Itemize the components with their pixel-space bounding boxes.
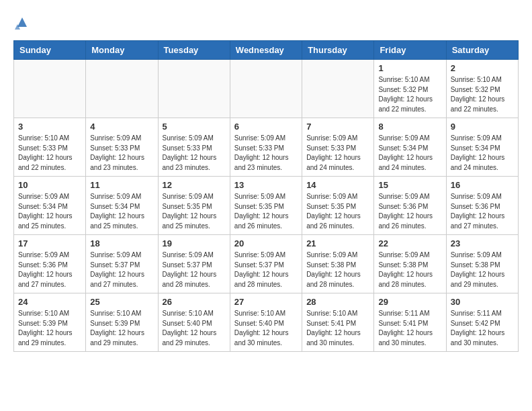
calendar-cell: 23Sunrise: 5:09 AMSunset: 5:38 PMDayligh…: [446, 235, 518, 293]
day-info: Sunrise: 5:10 AMSunset: 5:41 PMDaylight:…: [306, 309, 369, 348]
day-info: Sunrise: 5:09 AMSunset: 5:38 PMDaylight:…: [306, 250, 369, 289]
day-number: 4: [90, 122, 153, 132]
day-info: Sunrise: 5:09 AMSunset: 5:34 PMDaylight:…: [18, 192, 81, 231]
day-number: 29: [378, 297, 441, 307]
day-number: 13: [234, 180, 298, 190]
calendar-week-row-4: 17Sunrise: 5:09 AMSunset: 5:36 PMDayligh…: [14, 235, 519, 293]
calendar-cell: 9Sunrise: 5:09 AMSunset: 5:34 PMDaylight…: [446, 118, 518, 177]
day-info: Sunrise: 5:10 AMSunset: 5:40 PMDaylight:…: [234, 309, 298, 348]
day-number: 19: [163, 238, 226, 248]
day-number: 3: [18, 122, 81, 132]
calendar-cell: 16Sunrise: 5:09 AMSunset: 5:36 PMDayligh…: [446, 177, 518, 235]
day-number: 6: [234, 122, 298, 132]
day-info: Sunrise: 5:11 AMSunset: 5:42 PMDaylight:…: [451, 309, 514, 348]
day-info: Sunrise: 5:09 AMSunset: 5:38 PMDaylight:…: [451, 250, 514, 289]
calendar-cell: 18Sunrise: 5:09 AMSunset: 5:37 PMDayligh…: [86, 235, 158, 293]
calendar-cell: 11Sunrise: 5:09 AMSunset: 5:34 PMDayligh…: [86, 177, 158, 235]
day-info: Sunrise: 5:09 AMSunset: 5:34 PMDaylight:…: [451, 134, 514, 173]
calendar-cell: 30Sunrise: 5:11 AMSunset: 5:42 PMDayligh…: [446, 293, 518, 352]
day-number: 2: [451, 63, 514, 73]
day-number: 12: [163, 180, 226, 190]
svg-marker-0: [17, 17, 27, 27]
day-info: Sunrise: 5:09 AMSunset: 5:36 PMDaylight:…: [18, 250, 81, 289]
calendar-cell: [14, 60, 86, 118]
day-number: 5: [163, 122, 226, 132]
calendar-cell: 15Sunrise: 5:09 AMSunset: 5:36 PMDayligh…: [374, 177, 446, 235]
calendar-cell: 27Sunrise: 5:10 AMSunset: 5:40 PMDayligh…: [230, 293, 302, 352]
calendar: SundayMondayTuesdayWednesdayThursdayFrid…: [13, 40, 519, 352]
calendar-week-row-2: 3Sunrise: 5:10 AMSunset: 5:33 PMDaylight…: [14, 118, 519, 177]
calendar-cell: 21Sunrise: 5:09 AMSunset: 5:38 PMDayligh…: [302, 235, 374, 293]
calendar-cell: [230, 60, 302, 118]
weekday-header-row: SundayMondayTuesdayWednesdayThursdayFrid…: [14, 41, 519, 60]
day-number: 26: [163, 297, 226, 307]
day-number: 17: [18, 238, 81, 248]
day-number: 27: [234, 297, 298, 307]
weekday-header-tuesday: Tuesday: [158, 41, 230, 60]
day-info: Sunrise: 5:09 AMSunset: 5:36 PMDaylight:…: [378, 192, 441, 231]
calendar-cell: 29Sunrise: 5:11 AMSunset: 5:41 PMDayligh…: [374, 293, 446, 352]
calendar-cell: 1Sunrise: 5:10 AMSunset: 5:32 PMDaylight…: [374, 60, 446, 118]
day-info: Sunrise: 5:09 AMSunset: 5:34 PMDaylight:…: [378, 134, 441, 173]
day-number: 21: [306, 238, 369, 248]
weekday-header-saturday: Saturday: [446, 41, 518, 60]
logo-icon: [15, 15, 30, 32]
day-info: Sunrise: 5:09 AMSunset: 5:35 PMDaylight:…: [306, 192, 369, 231]
calendar-week-row-3: 10Sunrise: 5:09 AMSunset: 5:34 PMDayligh…: [14, 177, 519, 235]
day-number: 20: [234, 238, 298, 248]
calendar-cell: 5Sunrise: 5:09 AMSunset: 5:33 PMDaylight…: [158, 118, 230, 177]
day-info: Sunrise: 5:11 AMSunset: 5:41 PMDaylight:…: [378, 309, 441, 348]
day-number: 11: [90, 180, 153, 190]
day-number: 7: [306, 122, 369, 132]
weekday-header-monday: Monday: [86, 41, 158, 60]
day-info: Sunrise: 5:09 AMSunset: 5:37 PMDaylight:…: [90, 250, 153, 289]
day-number: 8: [378, 122, 441, 132]
calendar-cell: 20Sunrise: 5:09 AMSunset: 5:37 PMDayligh…: [230, 235, 302, 293]
header: [13, 11, 519, 32]
day-info: Sunrise: 5:10 AMSunset: 5:39 PMDaylight:…: [90, 309, 153, 348]
calendar-cell: 28Sunrise: 5:10 AMSunset: 5:41 PMDayligh…: [302, 293, 374, 352]
calendar-cell: 26Sunrise: 5:10 AMSunset: 5:40 PMDayligh…: [158, 293, 230, 352]
day-number: 25: [90, 297, 153, 307]
calendar-cell: 22Sunrise: 5:09 AMSunset: 5:38 PMDayligh…: [374, 235, 446, 293]
calendar-cell: 12Sunrise: 5:09 AMSunset: 5:35 PMDayligh…: [158, 177, 230, 235]
day-info: Sunrise: 5:10 AMSunset: 5:39 PMDaylight:…: [18, 309, 81, 348]
day-number: 22: [378, 238, 441, 248]
day-info: Sunrise: 5:09 AMSunset: 5:35 PMDaylight:…: [234, 192, 298, 231]
page: SundayMondayTuesdayWednesdayThursdayFrid…: [0, 0, 532, 365]
calendar-cell: 3Sunrise: 5:10 AMSunset: 5:33 PMDaylight…: [14, 118, 86, 177]
day-info: Sunrise: 5:09 AMSunset: 5:33 PMDaylight:…: [90, 134, 153, 173]
day-info: Sunrise: 5:09 AMSunset: 5:36 PMDaylight:…: [451, 192, 514, 231]
day-number: 16: [451, 180, 514, 190]
day-info: Sunrise: 5:09 AMSunset: 5:33 PMDaylight:…: [306, 134, 369, 173]
weekday-header-sunday: Sunday: [14, 41, 86, 60]
calendar-cell: 25Sunrise: 5:10 AMSunset: 5:39 PMDayligh…: [86, 293, 158, 352]
day-number: 1: [378, 63, 441, 73]
day-number: 14: [306, 180, 369, 190]
day-number: 15: [378, 180, 441, 190]
day-number: 9: [451, 122, 514, 132]
weekday-header-friday: Friday: [374, 41, 446, 60]
day-info: Sunrise: 5:09 AMSunset: 5:37 PMDaylight:…: [163, 250, 226, 289]
calendar-week-row-5: 24Sunrise: 5:10 AMSunset: 5:39 PMDayligh…: [14, 293, 519, 352]
calendar-cell: 8Sunrise: 5:09 AMSunset: 5:34 PMDaylight…: [374, 118, 446, 177]
day-number: 18: [90, 238, 153, 248]
calendar-cell: 6Sunrise: 5:09 AMSunset: 5:33 PMDaylight…: [230, 118, 302, 177]
day-info: Sunrise: 5:09 AMSunset: 5:33 PMDaylight:…: [163, 134, 226, 173]
calendar-cell: 17Sunrise: 5:09 AMSunset: 5:36 PMDayligh…: [14, 235, 86, 293]
calendar-cell: 2Sunrise: 5:10 AMSunset: 5:32 PMDaylight…: [446, 60, 518, 118]
day-info: Sunrise: 5:09 AMSunset: 5:35 PMDaylight:…: [163, 192, 226, 231]
day-number: 23: [451, 238, 514, 248]
day-info: Sunrise: 5:10 AMSunset: 5:32 PMDaylight:…: [451, 75, 514, 114]
day-info: Sunrise: 5:09 AMSunset: 5:34 PMDaylight:…: [90, 192, 153, 231]
day-number: 10: [18, 180, 81, 190]
calendar-cell: 13Sunrise: 5:09 AMSunset: 5:35 PMDayligh…: [230, 177, 302, 235]
weekday-header-thursday: Thursday: [302, 41, 374, 60]
day-info: Sunrise: 5:10 AMSunset: 5:33 PMDaylight:…: [18, 134, 81, 173]
day-number: 30: [451, 297, 514, 307]
calendar-cell: 7Sunrise: 5:09 AMSunset: 5:33 PMDaylight…: [302, 118, 374, 177]
calendar-cell: [86, 60, 158, 118]
day-number: 28: [306, 297, 369, 307]
day-info: Sunrise: 5:10 AMSunset: 5:40 PMDaylight:…: [163, 309, 226, 348]
calendar-cell: 14Sunrise: 5:09 AMSunset: 5:35 PMDayligh…: [302, 177, 374, 235]
